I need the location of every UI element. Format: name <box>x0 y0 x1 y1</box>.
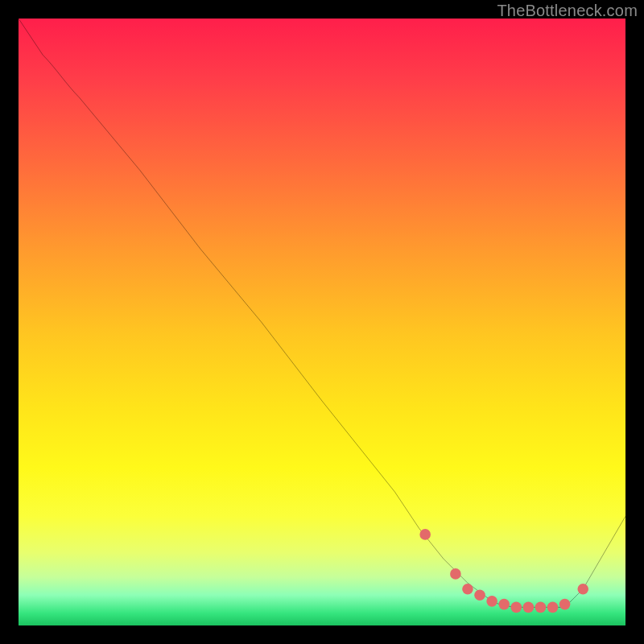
marker-dot <box>535 602 547 613</box>
watermark-text: TheBottleneck.com <box>497 2 638 20</box>
marker-dot <box>486 596 497 607</box>
marker-dot <box>547 602 559 613</box>
curve-layer <box>19 19 625 625</box>
chart-stage: TheBottleneck.com <box>0 0 644 644</box>
marker-dot <box>577 584 588 595</box>
marker-group <box>419 529 588 613</box>
marker-dot <box>419 529 431 540</box>
marker-dot <box>462 584 473 595</box>
marker-dot <box>474 590 485 601</box>
marker-dot <box>498 599 510 610</box>
main-curve <box>19 19 625 607</box>
marker-dot <box>559 599 571 610</box>
marker-dot <box>510 602 522 613</box>
plot-area <box>19 19 625 625</box>
marker-dot <box>450 568 461 580</box>
marker-dot <box>523 602 535 613</box>
